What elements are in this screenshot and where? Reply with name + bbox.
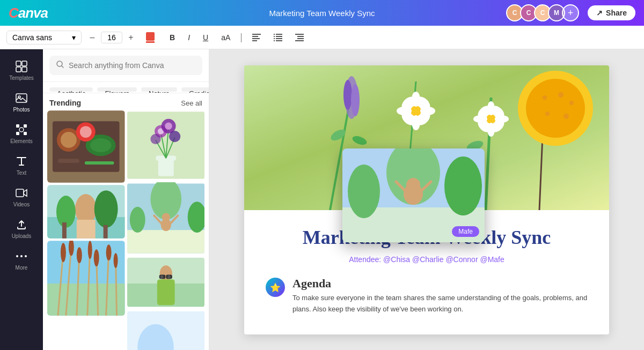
svg-rect-48 <box>62 222 67 239</box>
add-collaborator-button[interactable]: + <box>562 4 579 21</box>
search-icon <box>56 60 64 71</box>
photo-item-binoculars[interactable] <box>127 257 205 308</box>
sidebar-item-videos[interactable]: Videos <box>0 182 43 212</box>
svg-rect-13 <box>297 36 304 37</box>
filter-flowers[interactable]: Flowers <box>97 87 137 92</box>
svg-point-30 <box>25 255 27 257</box>
see-all-link[interactable]: See all <box>181 99 202 107</box>
svg-point-108 <box>444 157 482 215</box>
svg-point-137 <box>545 111 550 116</box>
agenda-section: ⭐ Agenda To make sure everyone in the te… <box>266 277 588 315</box>
sidebar-item-photos[interactable]: Photos <box>0 87 43 117</box>
font-size-decrease-button[interactable]: – <box>86 31 99 44</box>
svg-point-107 <box>348 165 380 218</box>
photo-col-right <box>127 110 205 350</box>
svg-point-37 <box>90 138 112 152</box>
svg-point-136 <box>569 101 574 105</box>
videos-icon <box>15 187 28 199</box>
sidebar-templates-label: Templates <box>9 75 34 81</box>
svg-point-121 <box>351 84 360 116</box>
svg-point-81 <box>129 207 145 233</box>
templates-icon <box>15 60 28 73</box>
photo-item-reeds[interactable] <box>47 241 125 316</box>
more-icon <box>15 250 28 263</box>
svg-rect-6 <box>276 38 282 39</box>
svg-point-63 <box>94 249 99 266</box>
sidebar-item-text[interactable]: Text <box>0 151 43 180</box>
sidebar-item-elements[interactable]: Elements <box>0 119 43 148</box>
svg-point-62 <box>88 241 92 259</box>
trending-header: Trending See all <box>43 93 209 110</box>
svg-point-111 <box>406 178 420 192</box>
photos-icon <box>15 92 28 105</box>
list-button[interactable] <box>269 32 287 43</box>
svg-rect-24 <box>24 124 27 128</box>
photo-item-yoga[interactable] <box>127 310 205 350</box>
filter-nature[interactable]: Nature <box>141 87 177 92</box>
svg-rect-8 <box>274 34 275 35</box>
photo-item-woman-sky[interactable] <box>127 182 205 255</box>
svg-rect-15 <box>295 40 304 41</box>
svg-rect-9 <box>274 36 275 37</box>
svg-point-47 <box>94 190 118 228</box>
svg-rect-2 <box>252 38 260 39</box>
top-bar: Canva Marketing Team Weekly Sync C C C M… <box>0 0 644 26</box>
share-button[interactable]: ↗ Share <box>588 5 635 20</box>
photo-item-food[interactable] <box>47 110 125 183</box>
svg-rect-14 <box>297 38 304 39</box>
canvas-area[interactable]: Mafe <box>209 49 644 350</box>
svg-point-77 <box>169 131 180 142</box>
align-left-icon <box>252 34 261 41</box>
bold-button[interactable]: B <box>165 31 179 44</box>
sidebar-uploads-label: Uploads <box>12 233 32 239</box>
svg-rect-49 <box>104 225 108 239</box>
svg-rect-11 <box>274 40 275 41</box>
svg-point-95 <box>167 275 171 278</box>
italic-button[interactable]: I <box>184 31 194 44</box>
svg-point-85 <box>162 213 170 221</box>
document-title: Marketing Team Weekly Sync <box>269 9 375 18</box>
svg-point-140 <box>486 114 496 124</box>
svg-rect-27 <box>16 189 24 197</box>
svg-rect-80 <box>127 230 205 253</box>
sidebar-item-uploads[interactable]: Uploads <box>0 214 43 243</box>
align-left-button[interactable] <box>248 32 265 43</box>
chevron-down-icon: ▾ <box>72 33 76 42</box>
svg-rect-7 <box>276 40 282 41</box>
elements-icon <box>15 123 28 136</box>
svg-rect-91 <box>157 279 174 305</box>
sidebar-item-more[interactable]: More <box>0 245 43 275</box>
search-bar <box>43 49 209 82</box>
font-family-select[interactable]: Canva sans ▾ <box>6 31 82 44</box>
filter-gradients[interactable]: Gradients <box>181 87 209 92</box>
sidebar-videos-label: Videos <box>13 202 30 207</box>
svg-point-61 <box>77 247 82 263</box>
search-input-wrap[interactable] <box>49 56 202 75</box>
font-size-value[interactable]: 16 <box>101 32 122 43</box>
svg-rect-12 <box>295 34 304 35</box>
search-input[interactable] <box>69 61 196 70</box>
underline-button[interactable]: U <box>199 31 213 44</box>
svg-rect-17 <box>22 61 27 66</box>
indent-button[interactable] <box>291 32 308 43</box>
photo-food-image <box>47 110 125 183</box>
drag-overlay-photo[interactable]: Mafe <box>342 148 485 242</box>
agenda-title: Agenda <box>292 277 588 291</box>
svg-point-78 <box>150 134 160 144</box>
sidebar-text-label: Text <box>17 170 26 176</box>
trending-title: Trending <box>49 99 81 107</box>
photo-item-woman-plants[interactable] <box>47 185 125 239</box>
toolbar-divider: | <box>239 32 244 43</box>
svg-rect-4 <box>276 34 282 35</box>
text-case-button[interactable]: aA <box>217 31 235 44</box>
photos-panel: Aesthetic Flowers Nature Gradients › Tre… <box>43 49 209 350</box>
left-sidebar: Templates Photos <box>0 49 43 350</box>
font-size-increase-button[interactable]: + <box>125 31 137 44</box>
photo-grid <box>43 110 209 350</box>
sidebar-more-label: More <box>16 265 28 271</box>
sidebar-item-templates[interactable]: Templates <box>0 56 43 85</box>
sidebar-elements-label: Elements <box>10 138 33 144</box>
text-color-button[interactable] <box>142 30 161 45</box>
filter-aesthetic[interactable]: Aesthetic <box>49 87 93 92</box>
photo-item-vase-flowers[interactable] <box>127 110 205 180</box>
